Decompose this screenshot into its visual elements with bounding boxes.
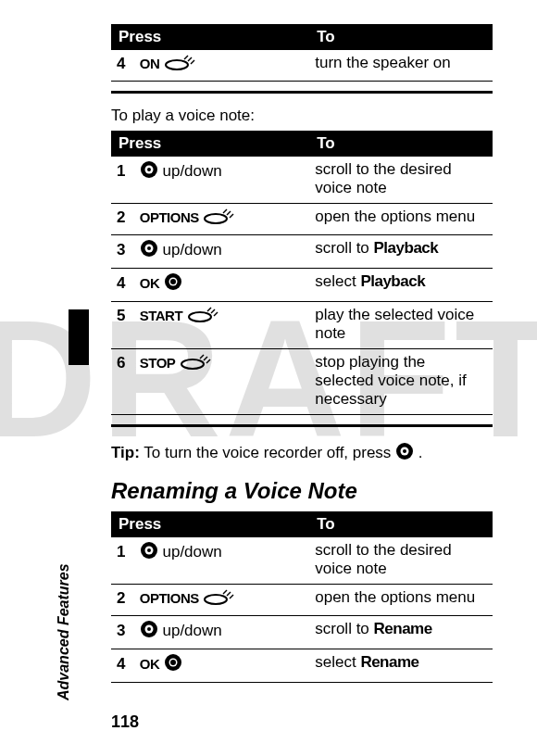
svg-line-34	[230, 595, 233, 598]
table-row: 4 ON turn the speaker on	[111, 50, 493, 82]
step-number: 4	[117, 274, 135, 293]
col-press: Press	[111, 131, 309, 157]
step-number: 2	[117, 208, 135, 227]
step-number: 3	[117, 241, 135, 259]
table-row: 3 up/down scroll to Rename	[111, 616, 493, 649]
step-number: 1	[117, 543, 135, 561]
col-to: To	[309, 24, 493, 50]
col-to: To	[309, 511, 493, 537]
rule	[111, 91, 493, 94]
key-label: OK	[140, 656, 160, 672]
key-label: OPTIONS	[140, 590, 199, 606]
col-press: Press	[111, 511, 309, 537]
svg-point-21	[181, 359, 204, 369]
step-number: 2	[117, 589, 135, 608]
center-key-icon	[164, 272, 182, 296]
svg-line-9	[227, 211, 231, 215]
svg-line-22	[200, 355, 204, 359]
col-to: To	[309, 131, 493, 157]
svg-point-31	[205, 595, 227, 604]
svg-point-7	[205, 214, 227, 223]
key-suffix: up/down	[162, 622, 221, 639]
step-number: 5	[117, 307, 135, 325]
section-heading: Renaming a Voice Note	[111, 478, 493, 504]
svg-point-13	[147, 246, 151, 250]
key-suffix: up/down	[162, 241, 221, 258]
svg-line-18	[207, 308, 211, 311]
table-row: 3 up/down scroll to Playback	[111, 235, 493, 269]
nav-key-icon	[140, 620, 158, 643]
step-number: 4	[117, 655, 135, 674]
page-number: 118	[111, 712, 139, 732]
svg-point-27	[403, 449, 406, 453]
nav-key-icon	[395, 442, 414, 465]
table-row: 1 up/down scroll to the desired voice no…	[111, 537, 493, 585]
step-number: 6	[117, 354, 135, 372]
action-text: scroll to Rename	[309, 616, 493, 649]
table-1-body: 4 ON turn the speaker on	[111, 50, 493, 82]
key-label: OK	[140, 275, 160, 291]
instruction-table-2: Press To 1 up/down scroll to the desired…	[111, 131, 493, 415]
tip-label: Tip:	[111, 444, 140, 461]
svg-line-1	[184, 56, 188, 59]
action-text: scroll to the desired voice note	[309, 157, 493, 204]
instruction-table-3: Press To 1 up/down scroll to the desired…	[111, 511, 493, 683]
svg-point-17	[189, 312, 211, 321]
col-press: Press	[111, 24, 309, 50]
key-label: OPTIONS	[140, 209, 199, 225]
table-row: 2 OPTIONS open the options menu	[111, 204, 493, 235]
center-key-icon	[164, 653, 182, 676]
action-text: select Playback	[309, 269, 493, 302]
svg-point-30	[147, 548, 151, 552]
svg-line-3	[191, 60, 194, 64]
svg-line-24	[206, 359, 210, 363]
svg-point-40	[170, 660, 176, 665]
nav-key-icon	[140, 160, 158, 183]
action-text: scroll to Playback	[309, 235, 493, 269]
action-text: open the options menu	[309, 585, 493, 616]
key-label: ON	[140, 56, 160, 71]
softkey-icon	[203, 588, 234, 610]
key-suffix: up/down	[162, 162, 221, 180]
svg-point-37	[147, 627, 151, 631]
step-number: 1	[117, 162, 135, 181]
key-suffix: up/down	[162, 543, 221, 561]
softkey-icon	[180, 353, 211, 374]
softkey-icon	[164, 54, 195, 75]
nav-key-icon	[140, 239, 158, 262]
step-number: 4	[117, 55, 135, 73]
page-content: Advanced Features 118 Press To 4 ON turn…	[0, 0, 537, 756]
svg-line-32	[223, 590, 227, 594]
table-row: 4 OK select Rename	[111, 649, 493, 683]
step-number: 3	[117, 622, 135, 640]
key-label: START	[140, 308, 182, 323]
tip-text: Tip: To turn the voice recorder off, pre…	[111, 442, 493, 465]
side-label: Advanced Features	[56, 563, 72, 700]
table-row: 1 up/down scroll to the desired voice no…	[111, 157, 493, 204]
table-row: 6 STOP stop playing the selected voice n…	[111, 349, 493, 415]
softkey-icon	[203, 208, 234, 229]
table-row: 5 START play the selected voice note	[111, 302, 493, 349]
table-row: 2 OPTIONS open the options menu	[111, 585, 493, 616]
svg-line-2	[188, 57, 192, 61]
action-text: open the options menu	[309, 204, 493, 235]
action-text: stop playing the selected voice note, if…	[309, 349, 493, 415]
svg-line-33	[227, 592, 231, 596]
key-label: STOP	[140, 355, 176, 371]
softkey-icon	[187, 306, 219, 327]
svg-point-16	[170, 279, 176, 284]
rule	[111, 424, 493, 427]
side-tab	[69, 309, 89, 365]
intro-text: To play a voice note:	[111, 107, 493, 125]
svg-point-0	[166, 60, 188, 69]
table-row: 4 OK select Playback	[111, 269, 493, 302]
svg-line-10	[230, 214, 233, 218]
instruction-table-1: Press To 4 ON turn the speaker on	[111, 24, 493, 82]
action-text: select Rename	[309, 649, 493, 683]
svg-point-6	[147, 168, 151, 171]
nav-key-icon	[140, 541, 158, 564]
action-text: play the selected voice note	[309, 302, 493, 349]
svg-line-8	[223, 209, 227, 213]
svg-line-23	[204, 357, 207, 360]
svg-line-19	[211, 309, 215, 313]
